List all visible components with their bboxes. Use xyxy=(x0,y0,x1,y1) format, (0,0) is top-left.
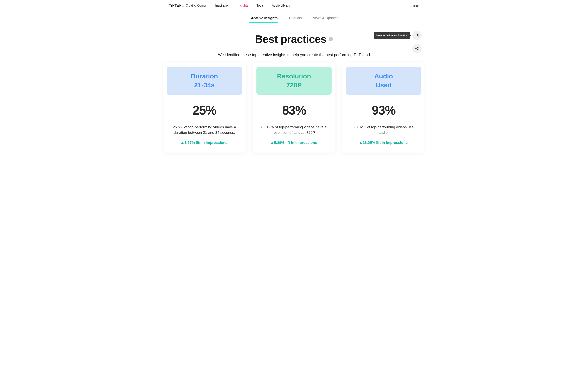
card-resolution: Resolution 720P 83% 83.19% of top-perfor… xyxy=(252,63,336,153)
arrow-up-icon xyxy=(271,142,273,144)
page-title: Best practices i xyxy=(255,33,333,45)
svg-point-2 xyxy=(416,48,416,49)
nav-tools[interactable]: Tools xyxy=(256,4,264,7)
svg-line-6 xyxy=(416,49,417,50)
card-head-sub: 720P xyxy=(258,81,330,90)
card-audio: Audio Used 93% 93.02% of top-performing … xyxy=(342,63,425,153)
logo-subtext: Creative Center xyxy=(186,4,206,7)
card-lift: 5.39% lift in impressions xyxy=(271,140,317,145)
share-icon xyxy=(415,46,419,51)
svg-point-4 xyxy=(418,49,418,50)
card-lift: 16.05% lift in impressions xyxy=(360,140,408,145)
card-lift-text: 5.39% lift in impressions xyxy=(274,140,317,145)
card-head-sub: Used xyxy=(348,81,419,90)
card-percent: 83% xyxy=(256,103,332,118)
card-percent: 93% xyxy=(346,103,421,118)
card-lift: 1.57% lift in impressions xyxy=(181,140,227,145)
card-head-title: Resolution xyxy=(258,72,330,81)
logo-text: TikTok xyxy=(169,3,182,8)
floating-actions: How to define each metric xyxy=(374,31,422,53)
card-head: Resolution 720P xyxy=(256,67,332,95)
logo-colon-icon: : xyxy=(182,3,183,8)
card-head-title: Duration xyxy=(169,72,240,81)
nav-inspiration[interactable]: Inspiration xyxy=(215,4,230,7)
arrow-up-icon xyxy=(360,142,362,144)
subtabs: Creative Insights Tutorials News & Updat… xyxy=(162,16,426,23)
card-percent: 25% xyxy=(167,103,242,118)
card-head: Duration 21-34s xyxy=(167,67,242,95)
card-duration: Duration 21-34s 25% 25.5% of top-perform… xyxy=(163,63,246,153)
card-desc: 25.5% of top-performing videos have a du… xyxy=(167,124,242,136)
hero: Best practices i How to define each metr… xyxy=(162,33,426,57)
svg-point-3 xyxy=(418,47,418,48)
nav-insights[interactable]: Insights xyxy=(238,4,248,7)
metric-help-row: How to define each metric xyxy=(374,31,422,40)
document-icon xyxy=(415,33,419,38)
card-head: Audio Used xyxy=(346,67,421,95)
card-desc: 83.19% of top-performing videos have a r… xyxy=(256,124,332,136)
language-selector[interactable]: English xyxy=(410,4,419,7)
share-button[interactable] xyxy=(412,44,422,53)
metric-help-button[interactable] xyxy=(412,31,422,40)
main-nav: Inspiration Insights Tools Audio Library xyxy=(215,4,290,7)
page-subtitle: We identified these top creative insight… xyxy=(162,53,426,57)
card-lift-text: 1.57% lift in impressions xyxy=(184,140,227,145)
cards-row: Duration 21-34s 25% 25.5% of top-perform… xyxy=(162,57,426,157)
tab-news-updates[interactable]: News & Updates xyxy=(313,16,338,23)
arrow-up-icon xyxy=(181,142,184,144)
header: TikTok: Creative Center Inspiration Insi… xyxy=(162,0,426,11)
page-title-text: Best practices xyxy=(255,33,327,45)
card-desc: 93.02% of top-performing videos use audi… xyxy=(346,124,421,136)
nav-audio-library[interactable]: Audio Library xyxy=(272,4,290,7)
card-head-title: Audio xyxy=(348,72,419,81)
metric-tooltip: How to define each metric xyxy=(374,32,410,39)
tab-creative-insights[interactable]: Creative Insights xyxy=(250,16,277,23)
info-icon[interactable]: i xyxy=(329,37,333,41)
card-lift-text: 16.05% lift in impressions xyxy=(363,140,408,145)
tab-tutorials[interactable]: Tutorials xyxy=(288,16,302,23)
card-head-sub: 21-34s xyxy=(169,81,240,90)
logo[interactable]: TikTok: Creative Center xyxy=(169,3,206,8)
svg-line-5 xyxy=(416,48,417,48)
